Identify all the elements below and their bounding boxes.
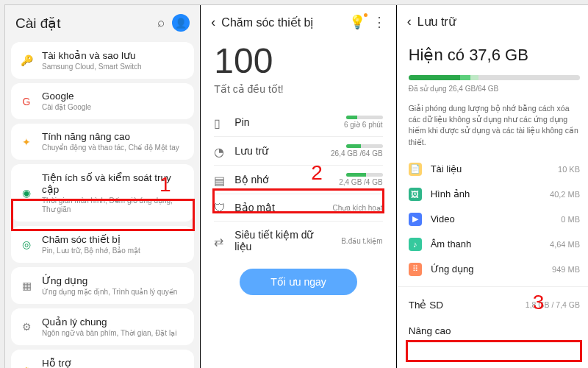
device-row-label: Pin bbox=[234, 116, 329, 128]
storage-cat-icon: ▶ bbox=[409, 213, 422, 226]
settings-item-6[interactable]: ⚙ Quản lý chung Ngôn ngữ và bàn phím, Th… bbox=[11, 308, 194, 345]
storage-cat-icon: ♪ bbox=[409, 238, 422, 251]
device-row-label: Lưu trữ bbox=[234, 145, 322, 157]
settings-item-icon: ◎ bbox=[20, 238, 33, 251]
settings-item-icon: ✦ bbox=[20, 135, 33, 149]
back-icon[interactable]: ‹ bbox=[407, 14, 412, 29]
settings-item-label: Tính năng nâng cao bbox=[42, 131, 185, 142]
settings-item-label: Tiện ích số và kiểm soát truy cập bbox=[42, 171, 185, 195]
settings-item-4[interactable]: ◎ Chăm sóc thiết bị Pin, Lưu trữ, Bộ nhớ… bbox=[11, 226, 194, 263]
device-row-luutru[interactable]: ◔ Lưu trữ 26,4 GB /64 GB bbox=[214, 136, 382, 165]
device-row-baomat[interactable]: 🛡 Bảo mật Chưa kích hoạt bbox=[214, 194, 382, 221]
device-score-sub: Tất cả đều tốt! bbox=[214, 83, 382, 95]
settings-item-icon: ▦ bbox=[20, 279, 33, 292]
storage-cat-icon: ⠿ bbox=[409, 263, 422, 276]
settings-item-1[interactable]: G Google Cài đặt Google bbox=[11, 83, 194, 119]
device-row-value: B.đầu t.kiệm bbox=[339, 237, 383, 245]
storage-bar bbox=[409, 75, 580, 80]
settings-item-sub: Thời gian màn hình, Đếm giờ ứng dụng, Th… bbox=[42, 197, 185, 214]
device-row-label: Siêu tiết kiệm dữ liệu bbox=[234, 229, 329, 252]
settings-item-label: Quản lý chung bbox=[42, 316, 185, 328]
settings-item-sub: Samsung Cloud, Smart Switch bbox=[42, 63, 185, 71]
device-row-icon: ◔ bbox=[214, 145, 226, 157]
storage-title: Lưu trữ bbox=[417, 15, 581, 29]
storage-cat-0[interactable]: 📄 Tài liệu 10 KB bbox=[409, 157, 580, 182]
storage-cat-icon: 🖼 bbox=[409, 188, 422, 201]
storage-cat-1[interactable]: 🖼 Hình ảnh 40,2 MB bbox=[409, 182, 580, 207]
device-row-label: Bảo mật bbox=[234, 202, 323, 213]
device-row-icon: ⇄ bbox=[214, 235, 226, 247]
settings-item-sub: Ứng dụng mặc định, Trình quản lý quyền bbox=[42, 288, 185, 297]
back-icon[interactable]: ‹ bbox=[211, 15, 215, 30]
storage-cat-label: Ứng dụng bbox=[431, 263, 543, 275]
device-care-header: ‹ Chăm sóc thiết bị 💡 ⋮ bbox=[201, 5, 395, 36]
device-row-value: 26,4 GB /64 GB bbox=[331, 149, 383, 158]
settings-item-sub: Ngôn ngữ và bàn phím, Thời gian, Đặt lại bbox=[42, 329, 185, 338]
storage-pane: ‹ Lưu trữ Hiện có 37,6 GB Đã sử dụng 26,… bbox=[397, 5, 588, 368]
device-row-sieutk[interactable]: ⇄ Siêu tiết kiệm dữ liệu B.đầu t.kiệm bbox=[214, 221, 382, 260]
settings-pane: Cài đặt ⌕ 👤 🔑 Tài khoản và sao lưu Samsu… bbox=[5, 5, 201, 368]
settings-header: Cài đặt ⌕ 👤 bbox=[5, 5, 200, 38]
settings-item-3[interactable]: ◉ Tiện ích số và kiểm soát truy cập Thời… bbox=[11, 164, 194, 222]
sd-card-label: Thẻ SD bbox=[409, 299, 526, 311]
settings-item-7[interactable]: ✋ Hỗ trợ Voice Assistant, Âm thanh mono,… bbox=[11, 350, 194, 368]
device-score: 100 bbox=[214, 43, 382, 79]
settings-item-5[interactable]: ▦ Ứng dụng Ứng dụng mặc định, Trình quản… bbox=[11, 267, 194, 304]
storage-cat-2[interactable]: ▶ Video 0 MB bbox=[409, 207, 580, 232]
available-storage: Hiện có 37,6 GB bbox=[409, 46, 580, 65]
search-icon[interactable]: ⌕ bbox=[157, 15, 165, 30]
device-row-label: Bộ nhớ bbox=[234, 174, 329, 185]
settings-item-icon: ◉ bbox=[20, 186, 33, 199]
device-care-pane: ‹ Chăm sóc thiết bị 💡 ⋮ 100 Tất cả đều t… bbox=[201, 5, 396, 368]
storage-cat-3[interactable]: ♪ Âm thanh 4,64 MB bbox=[409, 232, 580, 257]
usage-summary: Đã sử dụng 26,4 GB/64 GB bbox=[409, 85, 580, 93]
settings-item-label: Hỗ trợ bbox=[42, 357, 185, 368]
storage-cat-4[interactable]: ⠿ Ứng dụng 949 MB bbox=[409, 257, 580, 282]
settings-item-label: Chăm sóc thiết bị bbox=[42, 233, 185, 245]
settings-item-0[interactable]: 🔑 Tài khoản và sao lưu Samsung Cloud, Sm… bbox=[11, 42, 194, 79]
settings-item-icon: ⚙ bbox=[20, 320, 33, 333]
settings-item-label: Tài khoản và sao lưu bbox=[42, 49, 185, 61]
device-row-value: 6 giờ 6 phút bbox=[339, 121, 383, 129]
settings-item-label: Google bbox=[42, 91, 185, 102]
storage-cat-value: 40,2 MB bbox=[550, 190, 580, 199]
device-care-title: Chăm sóc thiết bị bbox=[221, 15, 341, 29]
settings-item-sub: Pin, Lưu trữ, Bộ nhớ, Bảo mật bbox=[42, 247, 185, 255]
tips-icon[interactable]: 💡 bbox=[349, 14, 365, 30]
sd-card-row[interactable]: Thẻ SD 1,8 GB / 7,4 GB bbox=[409, 291, 580, 318]
device-row-icon: ▯ bbox=[214, 116, 226, 128]
device-row-value: 2,4 GB /4 GB bbox=[339, 178, 383, 186]
storage-cat-value: 0 MB bbox=[561, 215, 580, 224]
storage-cat-label: Video bbox=[431, 213, 553, 224]
settings-item-icon: 🔑 bbox=[20, 54, 33, 67]
settings-item-icon: G bbox=[20, 95, 33, 108]
settings-title: Cài đặt bbox=[15, 15, 150, 32]
sd-card-value: 1,8 GB / 7,4 GB bbox=[526, 300, 580, 309]
device-row-value: Chưa kích hoạt bbox=[333, 204, 383, 212]
settings-item-sub: Chuyển động và thao tác, Chế độ Một tay bbox=[42, 144, 185, 152]
storage-cat-label: Âm thanh bbox=[431, 238, 541, 250]
storage-cat-label: Hình ảnh bbox=[431, 188, 541, 199]
advanced-label: Nâng cao bbox=[409, 325, 580, 336]
storage-cat-label: Tài liệu bbox=[431, 163, 549, 174]
device-row-pin[interactable]: ▯ Pin 6 giờ 6 phút bbox=[214, 108, 382, 136]
device-row-icon: ▤ bbox=[214, 174, 226, 185]
account-avatar[interactable]: 👤 bbox=[172, 14, 190, 32]
device-row-bonho[interactable]: ▤ Bộ nhớ 2,4 GB /4 GB bbox=[214, 165, 382, 194]
settings-item-sub: Cài đặt Google bbox=[42, 103, 185, 112]
storage-description: Giải phóng dung lượng bộ nhớ bằng cách x… bbox=[409, 103, 580, 148]
storage-cat-icon: 📄 bbox=[409, 163, 422, 176]
device-row-icon: 🛡 bbox=[214, 202, 226, 213]
storage-header: ‹ Lưu trữ bbox=[397, 5, 588, 35]
settings-item-2[interactable]: ✦ Tính năng nâng cao Chuyển động và thao… bbox=[11, 124, 194, 160]
settings-item-label: Ứng dụng bbox=[42, 275, 185, 286]
storage-cat-value: 10 KB bbox=[558, 165, 580, 174]
optimize-button[interactable]: Tối ưu ngay bbox=[240, 269, 358, 295]
storage-cat-value: 949 MB bbox=[552, 265, 580, 274]
storage-cat-value: 4,64 MB bbox=[550, 240, 580, 249]
more-icon[interactable]: ⋮ bbox=[373, 14, 386, 30]
advanced-row[interactable]: Nâng cao bbox=[409, 318, 580, 345]
